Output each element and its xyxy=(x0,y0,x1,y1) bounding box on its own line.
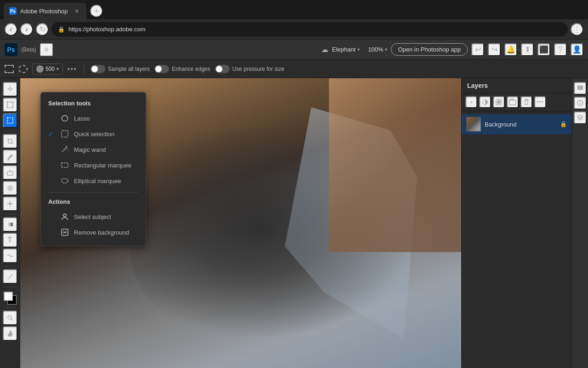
quick-selection-label: Quick selection xyxy=(74,131,114,138)
eraser-tool-button[interactable] xyxy=(3,165,17,180)
gradient-tool-button[interactable] xyxy=(3,217,17,232)
remove-background-icon xyxy=(60,228,69,237)
brush-size-control[interactable]: 500 ▾ xyxy=(32,63,63,75)
sample-all-layers-toggle[interactable]: Sample all layers xyxy=(90,65,150,73)
plugins-button[interactable]: ⬛ xyxy=(537,43,550,56)
rectangular-select-icon[interactable] xyxy=(5,65,14,73)
hamburger-menu-button[interactable]: ≡ xyxy=(40,43,53,56)
pressure-switch[interactable] xyxy=(215,65,230,73)
pressure-toggle[interactable]: Use pressure for size xyxy=(215,65,284,73)
layer-lock-icon: 🔒 xyxy=(560,121,567,127)
info-button[interactable] xyxy=(574,97,587,109)
artboard-tool-button[interactable] xyxy=(3,98,17,112)
layers-panel-title: Layers xyxy=(467,82,488,89)
redo-button[interactable]: ↪ xyxy=(488,43,501,56)
selection-tools-title: Selection tools xyxy=(41,98,146,110)
browser-tab-photoshop[interactable]: Ps Adobe Photoshop × xyxy=(4,3,86,19)
type-tool-button[interactable]: T xyxy=(3,233,17,247)
layer-name: Background xyxy=(485,121,556,128)
browser-chrome: Ps Adobe Photoshop × + ‹ › ↻ 🔒 https://p… xyxy=(0,0,588,40)
zoom-tool-button[interactable] xyxy=(3,310,17,325)
layers-icon-button[interactable] xyxy=(574,111,587,124)
svg-point-10 xyxy=(9,187,11,189)
svg-point-14 xyxy=(8,316,11,319)
chat-button[interactable] xyxy=(574,82,587,95)
add-layer-button[interactable]: + xyxy=(465,96,477,108)
svg-rect-17 xyxy=(62,163,68,167)
layers-list: Background 🔒 xyxy=(462,111,571,368)
app-container: Ps (Beta) ≡ ☁ Elephant ▾ 100% ▾ Open in … xyxy=(0,40,588,368)
select-subject-label: Select subject xyxy=(74,213,111,220)
elliptical-marquee-label: Elliptical marquee xyxy=(74,178,121,184)
open-in-photoshop-button[interactable]: Open in Photoshop app xyxy=(391,43,468,56)
selection-tools-panel: Selection tools Lasso ✓ Quick selection xyxy=(40,92,146,246)
brush-tool-button[interactable] xyxy=(3,150,17,164)
eyedropper-tool-button[interactable] xyxy=(3,269,17,284)
clone-stamp-button[interactable] xyxy=(3,181,17,196)
svg-point-9 xyxy=(8,186,12,190)
elliptical-marquee-item[interactable]: Elliptical marquee xyxy=(41,173,146,189)
lasso-tool-item[interactable]: Lasso xyxy=(41,110,146,126)
layers-more-button[interactable]: ••• xyxy=(534,96,546,108)
panel-divider xyxy=(48,192,138,193)
tab-title: Adobe Photoshop xyxy=(20,8,69,15)
doc-name-chevron: ▾ xyxy=(357,47,360,52)
app-toolbar: Ps (Beta) ≡ ☁ Elephant ▾ 100% ▾ Open in … xyxy=(0,40,588,60)
rectangular-marquee-icon xyxy=(60,161,69,170)
quick-selection-item[interactable]: ✓ Quick selection xyxy=(41,126,146,142)
healing-brush-button[interactable] xyxy=(3,196,17,211)
browser-nav: ‹ › ↻ 🔒 https://photoshop.adobe.com ⋮ xyxy=(0,19,588,40)
document-name[interactable]: Elephant ▾ xyxy=(332,46,360,53)
liquify-tool-button[interactable] xyxy=(3,248,17,263)
svg-line-15 xyxy=(11,319,13,321)
layer-item-background[interactable]: Background 🔒 xyxy=(462,114,571,134)
url-text: https://photoshop.adobe.com xyxy=(68,26,146,33)
address-bar[interactable]: 🔒 https://photoshop.adobe.com xyxy=(51,22,568,37)
mask-button[interactable] xyxy=(493,96,505,108)
tool-separator-1 xyxy=(4,131,17,131)
zoom-control[interactable]: 100% ▾ xyxy=(368,46,387,53)
tool-separator-2 xyxy=(4,214,17,214)
sample-layers-switch[interactable] xyxy=(90,65,105,73)
lasso-icon xyxy=(60,114,69,123)
layers-toolbar: + ••• xyxy=(462,93,571,111)
magic-wand-label: Magic wand xyxy=(74,146,106,153)
canvas-area[interactable]: Selection tools Lasso ✓ Quick selection xyxy=(20,78,461,368)
notifications-button[interactable]: 🔔 xyxy=(504,43,517,56)
color-swatches xyxy=(4,292,17,305)
back-button[interactable]: ‹ xyxy=(5,23,17,36)
right-panel-icon-strip xyxy=(571,78,588,368)
more-options-button[interactable]: ••• xyxy=(68,65,77,73)
remove-background-item[interactable]: Remove background xyxy=(41,224,146,240)
select-subject-item[interactable]: Select subject xyxy=(41,209,146,224)
enhance-edges-toggle[interactable]: Enhance edges xyxy=(154,65,210,73)
undo-button[interactable]: ↩ xyxy=(471,43,484,56)
rectangular-marquee-item[interactable]: Rectangular marquee xyxy=(41,157,146,173)
group-layers-button[interactable] xyxy=(507,96,519,108)
svg-rect-13 xyxy=(7,223,13,226)
delete-layer-button[interactable] xyxy=(520,96,532,108)
selection-tool-button[interactable] xyxy=(3,113,17,128)
user-avatar-button[interactable]: 👤 xyxy=(571,43,583,56)
magic-wand-item[interactable]: Magic wand xyxy=(41,142,146,157)
hand-tool-button[interactable] xyxy=(3,326,17,341)
select-subject-icon xyxy=(60,212,69,221)
share-button[interactable]: ⬆ xyxy=(521,43,534,56)
help-button[interactable]: ? xyxy=(554,43,567,56)
quick-selection-icon xyxy=(60,129,69,138)
foreground-color-swatch[interactable] xyxy=(4,292,13,301)
refresh-button[interactable]: ↻ xyxy=(36,23,49,36)
crop-tool-button[interactable] xyxy=(3,134,17,149)
tab-close-button[interactable]: × xyxy=(73,7,81,15)
forward-button[interactable]: › xyxy=(20,23,33,36)
enhance-edges-switch[interactable] xyxy=(154,65,169,73)
main-content: T xyxy=(0,78,588,368)
elliptical-select-icon[interactable] xyxy=(18,65,28,73)
new-tab-button[interactable]: + xyxy=(90,5,103,17)
adjustment-layer-button[interactable] xyxy=(479,96,491,108)
tool-separator-5 xyxy=(4,307,17,308)
browser-menu-button[interactable]: ⋮ xyxy=(571,23,583,36)
svg-rect-12 xyxy=(7,203,13,204)
lock-icon: 🔒 xyxy=(58,26,65,33)
move-tool-button[interactable] xyxy=(3,82,17,97)
